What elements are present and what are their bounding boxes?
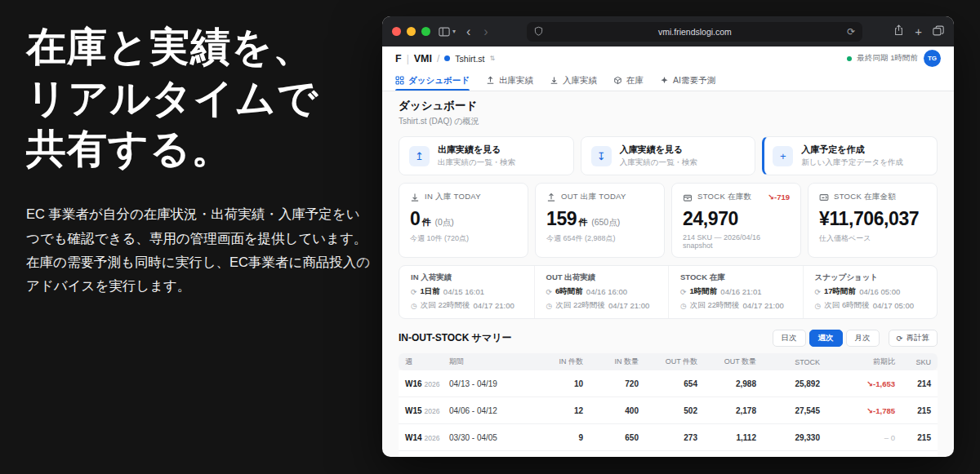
- sync-last-line: ⟳ 1日前 04/15 16:01: [411, 286, 523, 297]
- table-row[interactable]: W132026 03/23 - 03/29 6 475 451 1,914 29…: [399, 451, 938, 457]
- action-create-inbound-plan[interactable]: + 入庫予定を作成 新しい入庫予定データを作成: [762, 136, 938, 175]
- avatar[interactable]: TG: [924, 50, 941, 67]
- sync-ago-time: 04/15 16:01: [443, 287, 484, 296]
- dashboard-content: ダッシュボード Tshirt.st (DAQ) の概況 ↥ 出庫実績を見る 出庫…: [382, 91, 954, 457]
- app-header: F | VMI / Tshirt.st ⇅ 最終同期 1時間前 TG: [382, 47, 954, 70]
- stat-points: (0点): [434, 217, 453, 228]
- refresh-icon: ⟳: [815, 288, 822, 296]
- sidebar-icon: [439, 27, 450, 37]
- stat-cards: IN 入庫 TODAY 0 件 (0点) 今週 10件 (720点) OUT 出…: [399, 183, 938, 258]
- action-subtitle: 出庫実績の一覧・検索: [438, 157, 515, 168]
- download-icon: [550, 76, 559, 85]
- recalculate-button[interactable]: ⟳ 再計算: [889, 330, 938, 347]
- tab-inbound[interactable]: 入庫実績: [550, 70, 597, 91]
- tab-dashboard[interactable]: ダッシュボード: [395, 70, 470, 91]
- out-count-cell: 502: [645, 406, 704, 415]
- col-header: OUT 件数: [645, 357, 704, 367]
- stat-head: IN 入庫 TODAY: [410, 192, 517, 202]
- period-cell: 04/06 - 04/12: [443, 406, 539, 415]
- sync-in: IN 入荷実績 ⟳ 1日前 04/15 16:01 ◷ 次回 22時間後 04/…: [399, 266, 534, 318]
- browser-chrome: ▾ ‹ › vmi.friendslogi.com ⟳ +: [382, 16, 954, 47]
- tab-ai-forecast[interactable]: AI需要予測: [660, 70, 715, 91]
- browser-window: ▾ ‹ › vmi.friendslogi.com ⟳ + F | VMI /: [382, 16, 954, 457]
- table-row[interactable]: W152026 04/06 - 04/12 12 400 502 2,178 2…: [399, 397, 938, 424]
- out-count-cell: 273: [645, 433, 704, 442]
- action-subtitle: 新しい入庫予定データを作成: [801, 157, 903, 168]
- sync-next-line: ◷ 次回 6時間後 04/17 05:00: [815, 300, 926, 311]
- close-window-button[interactable]: [392, 27, 401, 36]
- sync-next-label: 次回 22時間後: [555, 300, 605, 311]
- stat-label: OUT 出庫 TODAY: [561, 192, 626, 202]
- period-weekly-button[interactable]: 週次: [809, 330, 843, 347]
- table-row[interactable]: W162026 04/13 - 04/19 10 720 654 2,988 2…: [399, 370, 938, 397]
- action-view-outbound[interactable]: ↥ 出庫実績を見る 出庫実績の一覧・検索: [399, 136, 574, 175]
- period-daily-button[interactable]: 日次: [773, 330, 806, 347]
- clock-icon: ◷: [815, 302, 822, 310]
- workspace-selector[interactable]: Tshirt.st: [455, 54, 484, 64]
- stat-points: (650点): [591, 217, 620, 228]
- in-qty-cell: 650: [590, 433, 645, 442]
- download-icon: [410, 193, 420, 202]
- out-qty-cell: 1,112: [704, 433, 763, 442]
- col-header: STOCK: [763, 358, 826, 366]
- box-icon: [683, 193, 693, 202]
- action-cards: ↥ 出庫実績を見る 出庫実績の一覧・検索 ↧ 入庫実績を見る 入庫実績の一覧・検…: [399, 136, 938, 175]
- back-button[interactable]: ‹: [464, 25, 473, 38]
- stat-subtext: 214 SKU — 2026/04/16 snapshot: [683, 233, 790, 250]
- action-title: 入庫予定を作成: [801, 144, 903, 156]
- tab-label: 入庫実績: [563, 75, 597, 86]
- stat-value-row: 24,970: [683, 208, 790, 230]
- week-year: 2026: [425, 434, 440, 442]
- stock-cell: 27,545: [763, 406, 826, 415]
- action-text: 出庫実績を見る 出庫実績の一覧・検索: [438, 144, 515, 168]
- stat-value: 159: [546, 208, 577, 230]
- minimize-window-button[interactable]: [407, 27, 416, 36]
- sync-last-line: ⟳ 1時間前 04/16 21:01: [680, 286, 791, 297]
- share-button[interactable]: [893, 24, 904, 39]
- stat-value-row: 159 件 (650点): [546, 208, 653, 230]
- col-header: 週: [399, 357, 443, 367]
- period-toggle: 日次 週次 月次 ⟳ 再計算: [773, 330, 938, 347]
- sync-next-label: 次回 6時間後: [824, 300, 869, 311]
- tab-label: 出庫実績: [499, 75, 533, 86]
- sidebar-toggle-button[interactable]: ▾: [439, 27, 456, 37]
- tab-overview-button[interactable]: [933, 24, 944, 39]
- action-text: 入庫実績を見る 入庫実績の一覧・検索: [620, 144, 697, 168]
- stat-label: IN 入庫 TODAY: [425, 192, 481, 202]
- workspace-select-icon[interactable]: ⇅: [490, 55, 496, 62]
- hero-heading-line: リアルタイムで: [26, 73, 372, 124]
- summary-header: IN-OUT-STOCK サマリー 日次 週次 月次 ⟳ 再計算: [399, 330, 938, 347]
- sync-status-text: 最終同期 1時間前: [858, 53, 918, 64]
- sku-cell: 214: [902, 379, 938, 388]
- reload-icon[interactable]: ⟳: [847, 26, 855, 38]
- forward-button[interactable]: ›: [481, 25, 490, 38]
- sync-ago-time: 04/16 05:00: [859, 287, 900, 296]
- table-row[interactable]: W142026 03/30 - 04/05 9 650 273 1,112 29…: [399, 424, 938, 451]
- out-count-cell: 654: [645, 379, 704, 388]
- plus-icon: +: [773, 146, 793, 166]
- sync-next-time: 04/17 21:00: [608, 301, 649, 310]
- stat-stock-value: STOCK 在庫金額 ¥11,706,037 仕入価格ベース: [808, 183, 938, 258]
- stat-head: STOCK 在庫数 ↘-719: [683, 192, 790, 202]
- stat-unit: 件: [421, 216, 430, 228]
- period-monthly-button[interactable]: 月次: [846, 330, 880, 347]
- address-bar[interactable]: vmi.friendslogi.com ⟳: [527, 22, 863, 42]
- breadcrumb: F | VMI / Tshirt.st ⇅: [395, 53, 495, 64]
- tab-outbound[interactable]: 出庫実績: [486, 70, 533, 91]
- sync-ago-time: 04/16 21:01: [720, 287, 761, 296]
- breadcrumb-slash: /: [437, 53, 439, 64]
- traffic-lights: [392, 27, 430, 36]
- stat-in-today: IN 入庫 TODAY 0 件 (0点) 今週 10件 (720点): [399, 183, 528, 258]
- action-title: 入庫実績を見る: [620, 144, 697, 156]
- card-icon: [819, 193, 829, 202]
- action-view-inbound[interactable]: ↧ 入庫実績を見る 入庫実績の一覧・検索: [581, 136, 756, 175]
- new-tab-button[interactable]: +: [915, 25, 922, 38]
- refresh-icon: ⟳: [546, 288, 553, 296]
- delta-cell: ↘-1,653: [826, 379, 902, 388]
- out-qty-cell: 2,178: [704, 406, 763, 415]
- sync-next-time: 04/17 21:00: [743, 301, 784, 310]
- tab-stock[interactable]: 在庫: [613, 70, 644, 91]
- zoom-window-button[interactable]: [421, 27, 430, 36]
- week-cell: W162026: [399, 379, 443, 388]
- sync-ago: 1時間前: [690, 286, 718, 297]
